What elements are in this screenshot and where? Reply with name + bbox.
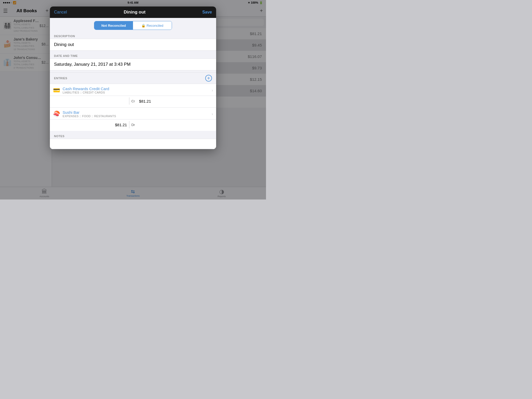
sushi-icon: 🍣 <box>53 111 60 117</box>
entry-name-2: Sushi Bar <box>63 110 212 115</box>
entry-card-1: 💳 Cash Rewards Credit Card LIABILITIES :… <box>50 84 216 107</box>
not-reconciled-label: Not Reconciled <box>101 24 126 28</box>
entry-amounts-2: $81.21 Dr <box>50 119 216 131</box>
modal-header: Cancel Dining out Save <box>50 6 216 18</box>
add-entry-button[interactable]: + <box>205 75 212 82</box>
datetime-value: Saturday, January 21, 2017 at 3:43 PM <box>54 62 131 67</box>
entry-card-2: 🍣 Sushi Bar EXPENSES :: FOOD :: RESTAURA… <box>50 107 216 131</box>
entry-cr-label-1: Cr <box>129 99 137 103</box>
entry-top-1[interactable]: 💳 Cash Rewards Credit Card LIABILITIES :… <box>50 84 216 96</box>
entries-label: ENTRIES <box>54 77 67 80</box>
entry-dr-label-2: Dr <box>129 123 137 127</box>
description-value: Dining out <box>54 42 74 47</box>
cancel-button[interactable]: Cancel <box>54 10 67 15</box>
entries-header: ENTRIES + <box>50 72 216 84</box>
reconciled-option[interactable]: 🔒 Reconciled <box>133 21 172 30</box>
description-section-content[interactable]: Dining out <box>50 39 216 51</box>
spacer-1 <box>50 51 216 53</box>
spacer-3 <box>50 131 216 133</box>
datetime-section-header: DATE AND TIME <box>50 53 216 58</box>
modal-overlay: Cancel Dining out Save Not Reconciled 🔒 … <box>0 0 266 200</box>
lock-icon: 🔒 <box>141 24 145 28</box>
entry-info-1: Cash Rewards Credit Card LIABILITIES :: … <box>63 87 212 94</box>
entry-name-1: Cash Rewards Credit Card <box>63 87 212 91</box>
entry-chevron-2: › <box>212 112 213 116</box>
entry-info-2: Sushi Bar EXPENSES :: FOOD :: RESTAURANT… <box>63 110 212 118</box>
reconcile-toggle: Not Reconciled 🔒 Reconciled <box>94 21 172 30</box>
entry-amounts-1: Cr $81.21 <box>50 96 216 107</box>
credit-card-icon: 💳 <box>53 87 60 94</box>
description-section-header: DESCRIPTION <box>50 33 216 39</box>
notes-content[interactable] <box>50 139 216 149</box>
entry-category-2: EXPENSES :: FOOD :: RESTAURANTS <box>63 115 212 118</box>
entry-chevron-1: › <box>212 88 213 93</box>
transaction-modal: Cancel Dining out Save Not Reconciled 🔒 … <box>50 6 216 149</box>
notes-section: NOTES <box>50 133 216 149</box>
entry-category-1: LIABILITIES :: CREDIT CARDS <box>63 91 212 94</box>
not-reconciled-option[interactable]: Not Reconciled <box>94 21 133 30</box>
reconciled-label: Reconciled <box>147 24 163 28</box>
entry-top-2[interactable]: 🍣 Sushi Bar EXPENSES :: FOOD :: RESTAURA… <box>50 108 216 119</box>
entry-debit-2: $81.21 <box>53 123 129 127</box>
spacer-2 <box>50 70 216 72</box>
entry-credit-1: $81.21 <box>137 99 213 103</box>
datetime-section-content[interactable]: Saturday, January 21, 2017 at 3:43 PM <box>50 58 216 70</box>
modal-title: Dining out <box>124 10 145 15</box>
reconcile-toggle-row: Not Reconciled 🔒 Reconciled <box>50 18 216 33</box>
notes-section-header: NOTES <box>50 133 216 139</box>
save-button[interactable]: Save <box>202 10 212 15</box>
